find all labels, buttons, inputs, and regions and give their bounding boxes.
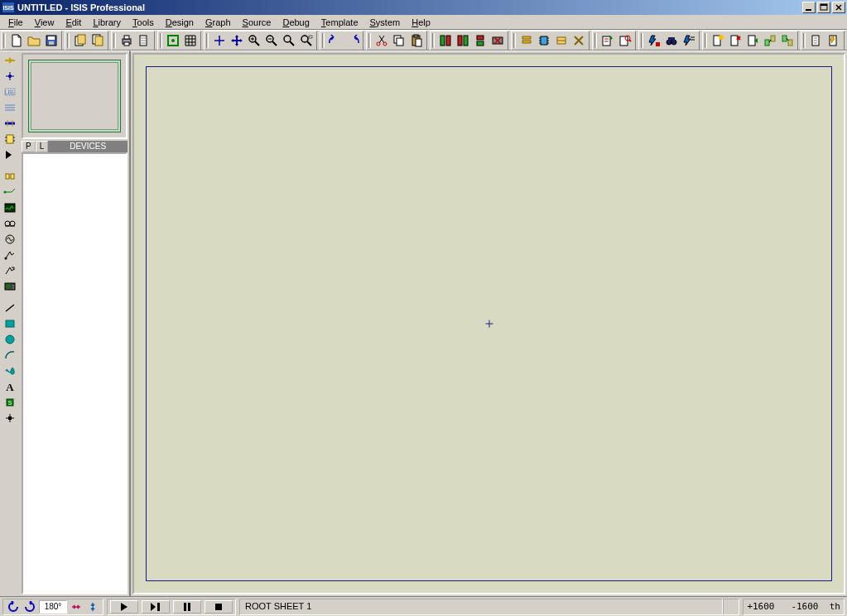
editing-canvas[interactable] — [132, 53, 845, 594]
cut-icon[interactable] — [373, 32, 390, 49]
zoom-child-icon[interactable] — [762, 32, 778, 49]
text-script-mode-icon[interactable] — [2, 100, 18, 115]
new-sheet-icon[interactable] — [710, 32, 726, 49]
libraries-button[interactable]: L — [36, 141, 49, 152]
block-delete-icon[interactable] — [489, 32, 506, 49]
decompose-icon[interactable] — [570, 32, 587, 49]
make-device-icon[interactable] — [536, 32, 552, 49]
menu-system[interactable]: System — [364, 17, 407, 28]
object-selector-list[interactable] — [22, 152, 128, 594]
menu-tools[interactable]: Tools — [127, 17, 160, 28]
save-file-icon[interactable] — [43, 32, 60, 49]
terminal-mode-icon[interactable] — [2, 169, 18, 184]
goto-sheet-icon[interactable] — [744, 32, 761, 49]
import-section-icon[interactable] — [72, 32, 89, 49]
menu-debug[interactable]: Debug — [277, 17, 315, 28]
pick-devices-button[interactable]: P — [22, 141, 36, 152]
origin-icon[interactable] — [211, 32, 228, 49]
pause-button[interactable] — [173, 600, 201, 614]
block-copy-icon[interactable] — [437, 32, 454, 49]
text-2d-icon[interactable]: A — [2, 379, 18, 394]
zoom-area-icon[interactable] — [298, 32, 315, 49]
minimize-button[interactable] — [802, 2, 816, 13]
bus-mode-icon[interactable] — [2, 116, 18, 131]
svg-point-76 — [12, 285, 14, 286]
generator-mode-icon[interactable] — [2, 232, 18, 247]
packaging-icon[interactable] — [553, 32, 570, 49]
overview-window[interactable] — [22, 53, 128, 139]
redraw-icon[interactable] — [165, 32, 181, 49]
svg-point-51 — [719, 35, 724, 40]
maximize-button[interactable] — [817, 2, 830, 13]
menu-view[interactable]: View — [29, 17, 60, 28]
step-button[interactable] — [142, 600, 170, 614]
marker-mode-icon[interactable] — [2, 411, 18, 426]
rotate-ccw-icon[interactable] — [6, 600, 21, 614]
menu-source[interactable]: Source — [237, 17, 277, 28]
line-2d-icon[interactable] — [2, 301, 18, 315]
path-2d-icon[interactable] — [2, 363, 18, 378]
menu-help[interactable]: Help — [406, 17, 436, 28]
svg-point-28 — [383, 42, 387, 46]
rotate-cw-icon[interactable] — [22, 600, 37, 614]
set-area-icon[interactable] — [136, 32, 152, 49]
graph-mode-icon[interactable] — [2, 200, 18, 215]
menu-template[interactable]: Template — [315, 17, 364, 28]
close-button[interactable] — [832, 2, 845, 13]
search-tag-icon[interactable] — [617, 32, 633, 49]
open-file-icon[interactable] — [26, 32, 42, 49]
redo-icon[interactable] — [344, 32, 361, 49]
junction-mode-icon[interactable] — [2, 69, 18, 84]
circle-2d-icon[interactable] — [2, 332, 18, 347]
svg-line-21 — [272, 41, 277, 46]
title-bar: ISIS UNTITLED - ISIS Professional — [0, 0, 847, 15]
electrical-check-icon[interactable] — [825, 32, 842, 49]
arc-2d-icon[interactable] — [2, 348, 18, 363]
menu-design[interactable]: Design — [160, 17, 200, 28]
zoom-out-icon[interactable] — [263, 32, 280, 49]
tape-mode-icon[interactable] — [2, 216, 18, 231]
voltage-probe-mode-icon[interactable] — [2, 248, 18, 262]
menu-file[interactable]: File — [2, 17, 29, 28]
device-pin-mode-icon[interactable] — [2, 185, 18, 200]
pick-library-icon[interactable] — [518, 32, 535, 49]
box-2d-icon[interactable] — [2, 316, 18, 331]
new-file-icon[interactable] — [8, 32, 25, 49]
zoom-parent-icon[interactable] — [779, 32, 796, 49]
delete-sheet-icon[interactable] — [727, 32, 744, 49]
property-assign-icon[interactable] — [646, 32, 662, 49]
wire-autoroute-icon[interactable] — [599, 32, 616, 49]
subcircuit-mode-icon[interactable] — [2, 132, 18, 147]
print-icon[interactable] — [118, 32, 135, 49]
instant-edit-mode-icon[interactable] — [2, 147, 18, 162]
svg-rect-9 — [78, 35, 85, 44]
block-move-icon[interactable] — [455, 32, 471, 49]
property-edit-icon[interactable] — [681, 32, 697, 49]
main-area: LBL A S P L DEVICES — [0, 51, 847, 596]
mirror-horizontal-icon[interactable] — [69, 600, 84, 614]
bill-of-materials-icon[interactable] — [808, 32, 825, 49]
copy-icon[interactable] — [391, 32, 407, 49]
svg-rect-14 — [124, 42, 129, 46]
component-mode-icon[interactable] — [2, 53, 18, 68]
pan-icon[interactable] — [229, 32, 245, 49]
zoom-all-icon[interactable] — [281, 32, 297, 49]
grid-icon[interactable] — [182, 32, 199, 49]
symbol-2d-icon[interactable]: S — [2, 395, 18, 410]
mirror-vertical-icon[interactable] — [85, 600, 100, 614]
undo-icon[interactable] — [327, 32, 344, 49]
binoculars-icon[interactable] — [663, 32, 680, 49]
current-probe-mode-icon[interactable] — [2, 263, 18, 278]
block-rotate-icon[interactable] — [472, 32, 488, 49]
export-section-icon[interactable] — [89, 32, 106, 49]
rotation-input[interactable] — [39, 600, 67, 614]
play-button[interactable] — [110, 600, 138, 614]
menu-edit[interactable]: Edit — [60, 17, 87, 28]
stop-button[interactable] — [205, 600, 233, 614]
menu-graph[interactable]: Graph — [200, 17, 237, 28]
zoom-in-icon[interactable] — [246, 32, 262, 49]
menu-library[interactable]: Library — [87, 17, 127, 28]
wire-label-mode-icon[interactable]: LBL — [2, 84, 18, 99]
virtual-instrument-icon[interactable] — [2, 279, 18, 294]
paste-icon[interactable] — [408, 32, 425, 49]
